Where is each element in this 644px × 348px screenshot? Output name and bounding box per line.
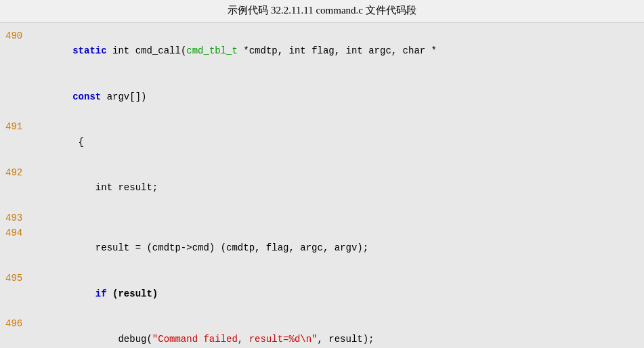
code-line-490b: const argv[]) — [5, 74, 633, 119]
title-text: 示例代码 32.2.11.11 command.c 文件代码段 — [228, 5, 416, 16]
line-num-490: 490 — [5, 28, 27, 43]
keyword-if: if — [95, 288, 107, 299]
line-num-494: 494 — [5, 225, 27, 240]
type-cmd-tbl: cmd_tbl_t — [186, 45, 238, 56]
keyword-const: const — [72, 91, 101, 102]
code-line-492: 492 int result; — [5, 165, 633, 211]
code-line-495: 495 if (result) — [5, 271, 633, 316]
string-literal: "Command failed, result=%d\n" — [152, 334, 318, 345]
code-line-496: 496 debug("Command failed, result=%d\n",… — [5, 316, 633, 348]
code-content-492: int result; — [27, 165, 158, 211]
line-num-493: 493 — [5, 211, 27, 225]
code-content-493 — [27, 211, 33, 225]
line-num-496: 496 — [5, 316, 27, 331]
code-line-491: 491 { — [5, 119, 633, 165]
line-num-495: 495 — [5, 271, 27, 286]
code-content-494: result = (cmdtp->cmd) (cmdtp, flag, argc… — [27, 225, 368, 271]
code-content-490: static int cmd_call(cmd_tbl_t *cmdtp, in… — [27, 28, 437, 74]
keyword-static: static — [72, 45, 106, 56]
code-block: 490 static int cmd_call(cmd_tbl_t *cmdtp… — [0, 22, 644, 348]
code-content-496: debug("Command failed, result=%d\n", res… — [27, 316, 374, 348]
code-content-495: if (result) — [27, 271, 158, 316]
code-line-493: 493 — [5, 211, 633, 225]
code-content-491: { — [27, 119, 84, 165]
page-container: 示例代码 32.2.11.11 command.c 文件代码段 490 stat… — [0, 0, 644, 348]
line-num-491: 491 — [5, 119, 27, 134]
code-title: 示例代码 32.2.11.11 command.c 文件代码段 — [0, 0, 644, 22]
code-line-490: 490 static int cmd_call(cmd_tbl_t *cmdtp… — [5, 28, 633, 74]
line-num-492: 492 — [5, 165, 27, 180]
code-line-494: 494 result = (cmdtp->cmd) (cmdtp, flag, … — [5, 225, 633, 271]
code-content-490b: const argv[]) — [27, 74, 146, 119]
